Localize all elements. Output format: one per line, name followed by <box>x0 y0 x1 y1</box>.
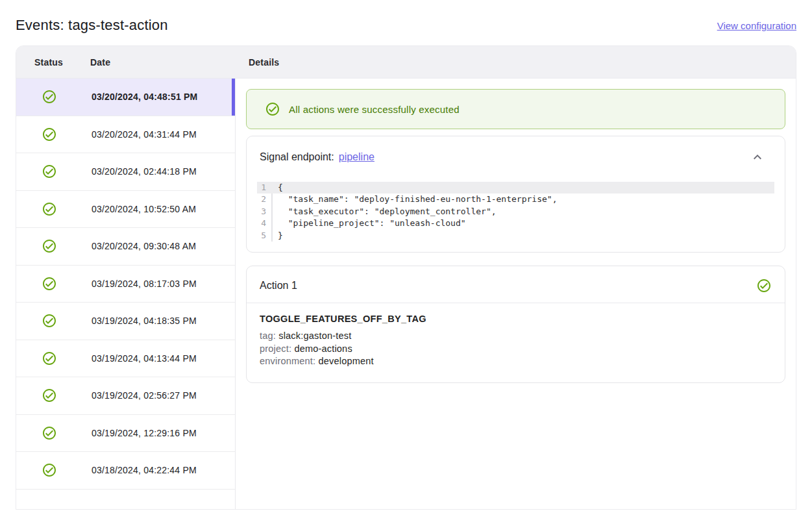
success-check-icon <box>42 127 57 142</box>
action-params: tag: slack:gaston-test project: demo-act… <box>260 330 772 368</box>
line-number: 3 <box>257 206 273 218</box>
success-check-icon <box>265 101 280 117</box>
action-header: Action 1 <box>260 278 772 293</box>
param-value: slack:gaston-test <box>278 330 351 341</box>
events-table: Status Date Details 03/20/2024, 04:48:51… <box>16 45 796 510</box>
success-check-icon <box>42 238 57 254</box>
event-date: 03/20/2024, 10:52:50 AM <box>92 204 196 214</box>
event-date: 03/20/2024, 04:48:51 PM <box>92 92 197 102</box>
event-date: 03/19/2024, 08:17:03 PM <box>92 279 197 289</box>
line-number: 5 <box>257 230 273 242</box>
event-date: 03/18/2024, 04:22:44 PM <box>92 465 197 475</box>
param-label: project: <box>260 343 291 354</box>
event-row[interactable]: 03/18/2024, 04:22:44 PM <box>16 452 235 490</box>
action-type: TOGGLE_FEATURES_OFF_BY_TAG <box>260 314 772 324</box>
event-row[interactable]: 03/20/2024, 02:44:18 PM <box>16 153 235 191</box>
line-number: 2 <box>257 193 273 205</box>
code-line: 5 } <box>257 230 774 242</box>
action-param-row: tag: slack:gaston-test <box>260 330 772 343</box>
line-number: 4 <box>257 218 273 229</box>
signal-endpoint-link[interactable]: pipeline <box>339 151 375 163</box>
event-details-pane: All actions were successfully executed S… <box>236 79 796 510</box>
param-label: environment: <box>260 356 315 366</box>
event-date: 03/20/2024, 02:44:18 PM <box>92 166 197 177</box>
event-row[interactable]: 03/19/2024, 02:56:27 PM <box>16 377 235 415</box>
divider <box>247 303 785 303</box>
event-date: 03/20/2024, 09:30:48 AM <box>92 241 196 251</box>
success-check-icon <box>42 276 57 292</box>
line-content: "pipeline_project": "unleash-cloud" <box>273 218 466 229</box>
event-row[interactable]: 03/20/2024, 10:52:50 AM <box>16 191 235 229</box>
success-check-icon <box>42 164 57 179</box>
column-header-status: Status <box>34 46 63 79</box>
success-alert: All actions were successfully executed <box>246 89 785 129</box>
code-line: 3 "task_executor": "deployment_controlle… <box>257 206 774 218</box>
signal-payload-code: 1 { 2 "task_name": "deploy-finished-eu-n… <box>257 182 774 242</box>
event-row[interactable]: 03/20/2024, 04:31:44 PM <box>16 116 235 154</box>
view-configuration-link[interactable]: View configuration <box>717 20 796 31</box>
page-title: Events: tags-test-action <box>16 17 168 34</box>
table-header-row: Status Date Details <box>16 46 796 79</box>
signal-endpoint-header: Signal endpoint: pipeline <box>257 149 774 165</box>
line-content: { <box>273 182 283 193</box>
event-row[interactable]: 03/20/2024, 09:30:48 AM <box>16 228 235 266</box>
action-param-row: environment: development <box>260 355 772 368</box>
collapse-button[interactable] <box>750 149 765 165</box>
success-check-icon <box>42 313 57 329</box>
column-header-date: Date <box>90 46 110 79</box>
success-check-icon <box>42 388 57 403</box>
event-row[interactable]: 03/19/2024, 12:29:16 PM <box>16 415 235 453</box>
code-line: 1 { <box>257 182 774 193</box>
event-row[interactable]: 03/19/2024, 08:17:03 PM <box>16 266 235 303</box>
line-content: "task_name": "deploy-finished-eu-north-1… <box>273 193 557 205</box>
event-date: 03/19/2024, 04:13:44 PM <box>92 353 197 364</box>
code-line: 2 "task_name": "deploy-finished-eu-north… <box>257 193 774 205</box>
success-alert-text: All actions were successfully executed <box>289 104 460 115</box>
event-row[interactable]: 03/19/2024, 04:13:44 PM <box>16 340 235 378</box>
line-number: 1 <box>257 182 273 193</box>
action-success-icon <box>756 278 772 293</box>
signal-endpoint-card: Signal endpoint: pipeline 1 { <box>246 136 785 253</box>
event-list: 03/20/2024, 04:48:51 PM 03/20/2024, 04:3… <box>16 79 236 510</box>
table-body: 03/20/2024, 04:48:51 PM 03/20/2024, 04:3… <box>16 79 796 510</box>
event-date: 03/19/2024, 02:56:27 PM <box>92 390 197 401</box>
param-label: tag: <box>260 330 276 341</box>
signal-endpoint-label: Signal endpoint: <box>260 151 334 163</box>
event-date: 03/19/2024, 04:18:35 PM <box>92 316 197 326</box>
page-header: Events: tags-test-action View configurat… <box>0 0 812 45</box>
success-check-icon <box>42 89 57 105</box>
code-line: 4 "pipeline_project": "unleash-cloud" <box>257 218 774 229</box>
param-value: development <box>318 356 373 366</box>
action-param-row: project: demo-actions <box>260 343 772 356</box>
success-check-icon <box>42 201 57 217</box>
event-date: 03/20/2024, 04:31:44 PM <box>92 129 197 140</box>
action-card: Action 1 TOGGLE_FEATURES_OFF_BY_TAG tag:… <box>246 266 785 383</box>
action-title: Action 1 <box>260 280 297 292</box>
event-date: 03/19/2024, 12:29:16 PM <box>92 428 197 438</box>
success-check-icon <box>42 351 57 366</box>
line-content: "task_executor": "deployment_controller"… <box>273 206 497 218</box>
param-value: demo-actions <box>294 343 352 354</box>
success-check-icon <box>42 425 57 441</box>
event-row[interactable]: 03/19/2024, 04:18:35 PM <box>16 303 235 340</box>
line-content: } <box>273 230 283 242</box>
success-check-icon <box>42 462 57 478</box>
chevron-up-icon <box>750 149 765 165</box>
column-header-details: Details <box>249 46 279 79</box>
event-row[interactable]: 03/20/2024, 04:48:51 PM <box>16 79 235 116</box>
